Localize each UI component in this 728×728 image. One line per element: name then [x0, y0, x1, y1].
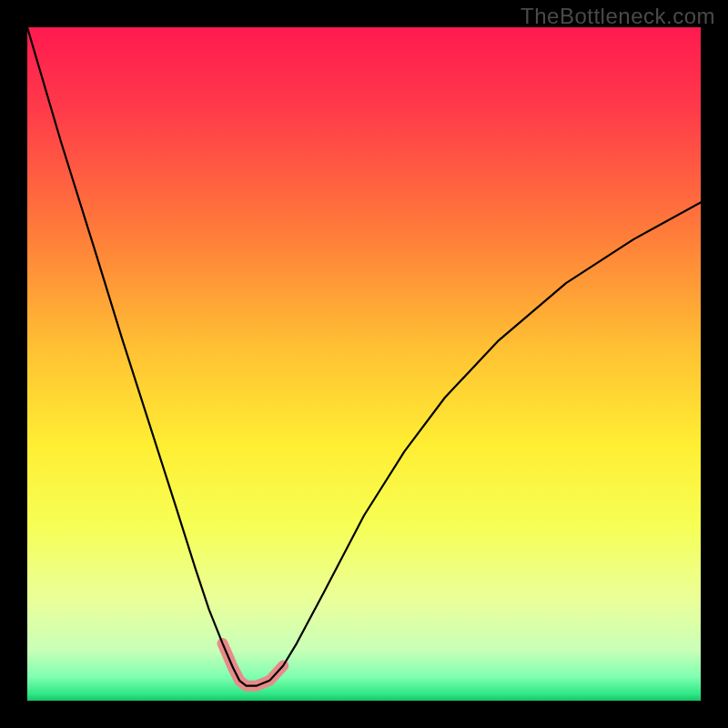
- plot-area: [27, 27, 701, 701]
- watermark-text: TheBottleneck.com: [521, 4, 715, 29]
- chart-background: [27, 27, 701, 701]
- chart-svg: [27, 27, 701, 701]
- chart-frame: TheBottleneck.com: [0, 0, 728, 728]
